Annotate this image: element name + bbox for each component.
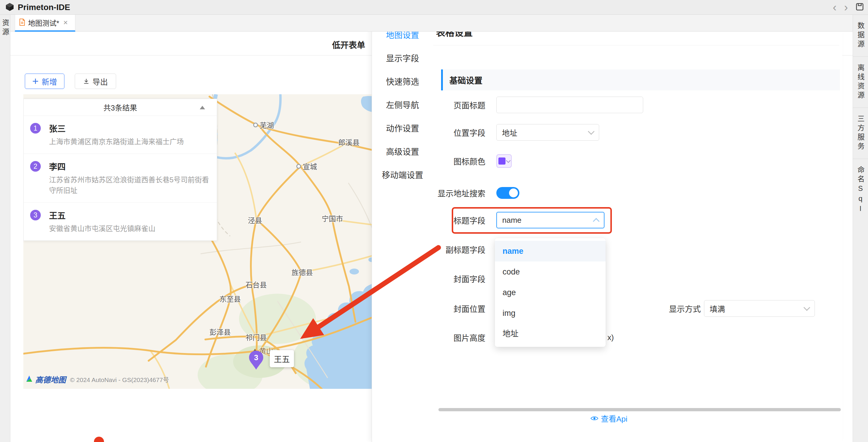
dropdown-option-img[interactable]: img bbox=[495, 303, 606, 323]
view-tab-lowcode-form[interactable]: 低开表单 bbox=[332, 39, 365, 51]
field-label: 页面标题 bbox=[372, 99, 486, 111]
view-api-link[interactable]: 查看Api bbox=[591, 413, 627, 424]
amap-logo-icon bbox=[26, 375, 33, 383]
document-icon bbox=[19, 19, 25, 27]
address-search-toggle[interactable] bbox=[496, 187, 519, 199]
dropdown-option-age[interactable]: age bbox=[495, 282, 606, 303]
app-root: Primeton-IDE ‹ › 资源 数据源 离线资源 三方服务 命名Sql … bbox=[0, 0, 868, 442]
list-item[interactable]: 1 张三 上海市黄浦区南京东路街道上海来福士广场 bbox=[24, 116, 217, 154]
map-marker-pin[interactable]: 3 bbox=[248, 350, 264, 371]
field-label: 副标题字段 bbox=[372, 244, 486, 255]
tab-map-test[interactable]: 地图测试* × bbox=[15, 15, 75, 32]
title-field-select[interactable]: name bbox=[496, 212, 604, 228]
tab-bar: 地图测试* × bbox=[10, 15, 852, 32]
form-row-image-height: 图片高度 x) bbox=[372, 329, 842, 346]
form-row-icon-color: 图标颜色 bbox=[372, 153, 842, 169]
form-row-cover-position: 封面位置 显示方式 填满 bbox=[372, 300, 842, 317]
select-value: name bbox=[502, 216, 522, 225]
unit-suffix: x) bbox=[608, 333, 614, 342]
form-row-cover-field: 封面字段 bbox=[372, 270, 842, 287]
index-badge: 1 bbox=[30, 123, 41, 133]
title-field-dropdown: name code age img 地址 bbox=[495, 238, 606, 347]
menu-item-display-fields[interactable]: 显示字段 bbox=[372, 46, 433, 69]
section-basic-settings: 基础设置 bbox=[441, 69, 840, 90]
export-button[interactable]: 导出 bbox=[75, 73, 116, 89]
item-address: 安徽省黄山市屯溪区屯光镇麻雀山 bbox=[49, 223, 210, 234]
item-address: 江苏省苏州市姑苏区沧浪街道西善长巷5号司前街看守所旧址 bbox=[49, 175, 210, 196]
form-row-title-field: 标题字段 name bbox=[372, 212, 842, 228]
form-row-page-title: 页面标题 bbox=[372, 97, 842, 113]
result-list: 共3条结果 1 张三 上海市黄浦区南京东路街道上海来福士广场 2 李四 江苏省苏… bbox=[23, 99, 217, 241]
menu-item-quick-filter[interactable]: 快速筛选 bbox=[372, 69, 433, 93]
select-value: 填满 bbox=[710, 303, 725, 314]
field-label: 位置字段 bbox=[372, 127, 486, 138]
field-label: 图标颜色 bbox=[372, 155, 486, 167]
map-label-city: 石台县 bbox=[246, 279, 267, 289]
chevron-down-icon bbox=[804, 304, 810, 311]
add-button[interactable]: 新增 bbox=[25, 73, 64, 89]
icon-color-swatch-inner bbox=[498, 157, 505, 164]
dropdown-option-code[interactable]: code bbox=[495, 261, 606, 282]
map-attribution: 高德地图 © 2024 AutoNavi - GS(2023)4677号 bbox=[26, 374, 169, 385]
dropdown-option-address[interactable]: 地址 bbox=[495, 323, 606, 344]
save-icon[interactable] bbox=[856, 3, 864, 12]
settings-panel: 地图设置 显示字段 快速筛选 左侧导航 动作设置 高级设置 移动端设置 表格设置… bbox=[372, 17, 842, 442]
rail-item-named-sql[interactable]: 命名Sql bbox=[853, 159, 868, 222]
map-label-city: 宁国市 bbox=[322, 213, 343, 223]
plus-icon bbox=[32, 78, 39, 85]
dropdown-option-name[interactable]: name bbox=[495, 241, 606, 261]
tab-label: 地图测试* bbox=[28, 18, 59, 28]
map-label-city: 泾县 bbox=[248, 215, 262, 225]
download-icon bbox=[83, 78, 90, 85]
rail-item-offline-resources[interactable]: 离线资源 bbox=[853, 57, 868, 108]
field-label: 标题字段 bbox=[372, 215, 486, 226]
left-rail: 资源 bbox=[0, 15, 10, 442]
map-label-city: 祁门县 bbox=[246, 332, 267, 342]
right-rail: 数据源 离线资源 三方服务 命名Sql bbox=[852, 15, 868, 442]
field-label: 图片高度 bbox=[372, 332, 486, 343]
list-item[interactable]: 2 李四 江苏省苏州市姑苏区沧浪街道西善长巷5号司前街看守所旧址 bbox=[24, 154, 217, 202]
top-bar: Primeton-IDE ‹ › bbox=[0, 0, 868, 15]
eye-icon bbox=[591, 416, 598, 421]
index-badge: 3 bbox=[30, 210, 41, 220]
map-label-city: 宣城 bbox=[296, 161, 317, 171]
horizontal-scrollbar[interactable] bbox=[438, 408, 841, 411]
field-label: 显示方式 bbox=[636, 303, 701, 314]
display-mode-select[interactable]: 填满 bbox=[704, 300, 815, 317]
map-label-city: 东至县 bbox=[219, 293, 241, 304]
amap-brand: 高德地图 bbox=[35, 374, 66, 385]
city-dot-icon bbox=[296, 164, 301, 169]
list-item[interactable]: 3 王五 安徽省黄山市屯溪区屯光镇麻雀山 bbox=[24, 202, 217, 241]
map-copyright: © 2024 AutoNavi - GS(2023)4677号 bbox=[70, 375, 169, 384]
chevron-down-icon bbox=[588, 128, 595, 135]
map-label-city: 芜湖 bbox=[253, 120, 274, 130]
app-title: Primeton-IDE bbox=[18, 3, 70, 12]
rail-item-thirdparty-services[interactable]: 三方服务 bbox=[853, 108, 868, 159]
collapse-icon[interactable] bbox=[200, 106, 205, 109]
page-title-input[interactable] bbox=[496, 97, 643, 113]
chevron-up-icon bbox=[593, 218, 600, 225]
city-dot-icon bbox=[253, 123, 258, 127]
form-row-location-field: 位置字段 地址 bbox=[372, 124, 842, 140]
rail-item-datasource[interactable]: 数据源 bbox=[853, 15, 868, 57]
form-row-subtitle-field: 副标题字段 bbox=[372, 241, 842, 258]
icon-color-picker[interactable] bbox=[496, 154, 512, 168]
location-field-select[interactable]: 地址 bbox=[496, 124, 599, 140]
map-label-city: 郎溪县 bbox=[338, 137, 360, 147]
svg-text:3: 3 bbox=[254, 353, 258, 362]
field-label: 封面字段 bbox=[372, 273, 486, 285]
index-badge: 2 bbox=[30, 161, 41, 172]
map-marker-label[interactable]: 王五 bbox=[270, 350, 294, 367]
form-row-address-search: 显示地址搜索 bbox=[372, 185, 842, 201]
chevron-down-icon bbox=[506, 158, 510, 163]
map-canvas[interactable]: 芜湖 溧阳市 郎溪县 宣城 广德市 泾县 宁国市 旌德县 石台县 东至县 彭泽县… bbox=[23, 94, 382, 389]
close-icon[interactable]: × bbox=[63, 18, 68, 27]
select-value: 地址 bbox=[502, 127, 517, 138]
item-address: 上海市黄浦区南京东路街道上海来福士广场 bbox=[49, 136, 210, 147]
app-logo-icon bbox=[5, 2, 14, 12]
left-rail-resources[interactable]: 资源 bbox=[0, 19, 10, 37]
item-name: 李四 bbox=[49, 160, 210, 172]
map-label-city: 彭泽县 bbox=[210, 326, 231, 337]
nav-forward-button[interactable]: › bbox=[844, 0, 848, 15]
nav-back-button[interactable]: ‹ bbox=[833, 0, 837, 15]
